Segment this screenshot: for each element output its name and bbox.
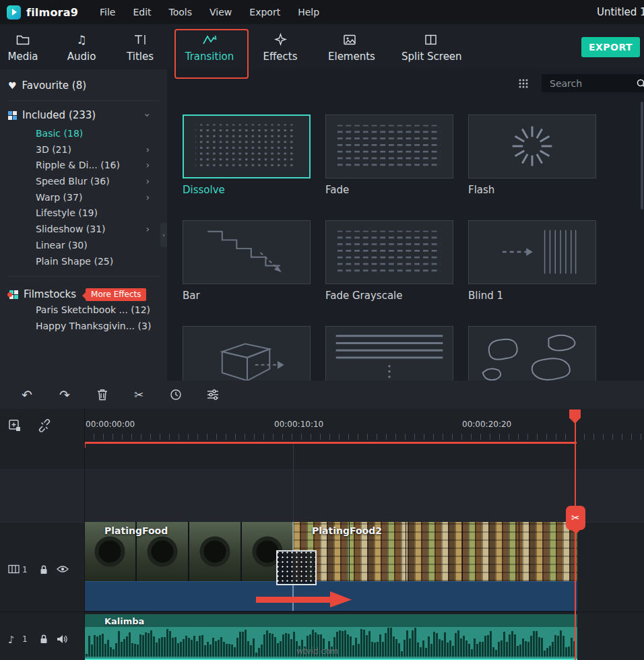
chevron-right-icon: › <box>146 158 150 174</box>
edit-point-guide <box>293 444 294 522</box>
lock-icon[interactable] <box>39 564 49 575</box>
playhead-scissors-badge[interactable]: ✂ <box>566 506 585 530</box>
transition-card-blind-1[interactable]: Blind 1 <box>468 220 596 303</box>
menu-tools[interactable]: Tools <box>160 0 201 24</box>
sidebar-item-happy-thanksgiving[interactable]: Happy Thanksgivin... (3) <box>0 319 167 335</box>
timeline: 00:00:00:00 00:00:10:10 00:00:20:20 1 Pl… <box>0 409 644 660</box>
media-icon <box>4 32 42 47</box>
sidebar-item-ripple[interactable]: Ripple & Di... (16)› <box>0 158 167 174</box>
redo-icon[interactable]: ↷ <box>55 386 74 403</box>
eye-icon[interactable] <box>57 565 69 573</box>
transition-icon <box>179 32 240 47</box>
lines-thumbnail <box>325 326 453 381</box>
collection-grid-icon <box>8 111 17 120</box>
sidebar-item-basic[interactable]: Basic (18) <box>0 126 167 142</box>
watermark: wtvid.com <box>296 647 338 656</box>
timeline-ruler[interactable]: 00:00:00:00 00:00:10:10 00:00:20:20 <box>0 409 644 442</box>
flash-thumbnail <box>468 114 596 178</box>
transition-grid: Dissolve Fade Flash Bar <box>183 114 596 381</box>
tab-split-screen[interactable]: Split Screen <box>401 32 459 63</box>
sidebar: ♥ Favourite (8) Included (233) › Basic (… <box>0 69 168 381</box>
chevron-right-icon: › <box>146 174 150 190</box>
menubar: filmora9 File Edit Tools View Export Hel… <box>0 0 644 24</box>
scissors-icon[interactable]: ✂ <box>129 386 148 403</box>
app-logo: filmora9 <box>7 5 91 20</box>
transition-card-flash[interactable]: Flash <box>468 114 596 197</box>
track-divider <box>0 612 644 612</box>
image-icon <box>328 32 371 47</box>
sidebar-item-warp[interactable]: Warp (37)› <box>0 190 167 206</box>
speaker-icon[interactable] <box>57 634 68 644</box>
tab-audio[interactable]: ♫ Audio <box>62 32 101 63</box>
sidebar-item-included[interactable]: Included (233) › <box>0 107 167 123</box>
sidebar-item-3d[interactable]: 3D (21)› <box>0 142 167 158</box>
sidebar-collapse-handle[interactable]: ‹ <box>160 223 167 247</box>
app-name: filmora9 <box>26 6 78 19</box>
export-button[interactable]: EXPORT <box>581 37 640 57</box>
menu-file[interactable]: File <box>91 0 124 24</box>
audio-clip-label: Kalimba <box>104 616 144 626</box>
sidebar-item-lifestyle[interactable]: Lifestyle (19) <box>0 205 167 222</box>
clip-label: PlatingFood2 <box>312 525 382 536</box>
menu-help[interactable]: Help <box>289 0 328 24</box>
tab-elements[interactable]: Elements <box>328 32 371 63</box>
transition-card-fade[interactable]: Fade <box>325 114 453 197</box>
transition-card-fade-grayscale[interactable]: Fade Grayscale <box>325 220 453 303</box>
transition-card-bar[interactable]: Bar <box>183 220 311 303</box>
menu-edit[interactable]: Edit <box>124 0 160 24</box>
blind-1-thumbnail <box>468 220 596 284</box>
sidebar-item-plain-shape[interactable]: Plain Shape (25) <box>0 254 167 270</box>
dissolve-thumbnail <box>183 114 311 178</box>
tab-transition[interactable]: Transition <box>179 32 240 63</box>
search-icon[interactable] <box>636 78 644 89</box>
sidebar-item-paris-sketchbook[interactable]: Paris Sketchbook ... (12) <box>0 302 167 319</box>
menu-export[interactable]: Export <box>240 0 289 24</box>
fade-thumbnail <box>325 114 453 178</box>
heart-icon: ♥ <box>8 80 17 91</box>
audio-track-icon: ♪ <box>8 634 15 646</box>
timestamp: 00:00:00:00 <box>86 420 135 429</box>
panel-scrollbar[interactable] <box>641 102 643 209</box>
tab-media[interactable]: Media <box>4 32 42 63</box>
chevron-down-icon: › <box>142 113 153 117</box>
grid-view-icon[interactable] <box>516 76 531 91</box>
drag-arrow-annotation <box>255 591 354 608</box>
ruler-ticks <box>84 434 644 440</box>
duration-clock-icon[interactable] <box>166 386 185 403</box>
lock-icon[interactable] <box>39 634 49 645</box>
applied-dissolve-transition[interactable] <box>276 550 317 585</box>
undo-icon[interactable]: ↶ <box>18 386 36 403</box>
transition-card-dissolve[interactable]: Dissolve <box>183 114 311 197</box>
sidebar-item-speed-blur[interactable]: Speed Blur (36)› <box>0 174 167 190</box>
bar-thumbnail <box>183 220 311 284</box>
transition-card-cube[interactable] <box>183 326 311 381</box>
transitions-panel: Dissolve Fade Flash Bar <box>167 69 644 381</box>
sidebar-item-slideshow[interactable]: Slideshow (31)› <box>0 222 167 238</box>
adjust-sliders-icon[interactable] <box>203 386 222 403</box>
fade-grayscale-thumbnail <box>325 220 453 284</box>
transition-card-lines[interactable] <box>325 326 453 381</box>
more-effects-badge[interactable]: More Effects <box>86 288 146 301</box>
chevron-right-icon: › <box>146 190 150 206</box>
clip-label: PlatingFood <box>104 525 168 536</box>
divider <box>7 100 160 101</box>
playhead-line <box>575 410 576 660</box>
tab-titles[interactable]: Titles <box>121 32 159 63</box>
video-track-header: 1 <box>0 564 84 577</box>
filmora-logo-icon <box>7 5 21 20</box>
sidebar-item-linear[interactable]: Linear (30) <box>0 238 167 254</box>
search-box[interactable] <box>542 74 644 92</box>
delete-icon[interactable] <box>93 386 112 403</box>
audio-track-header: ♪ 1 <box>0 633 84 647</box>
timestamp: 00:00:20:20 <box>462 420 511 429</box>
transition-card-blob[interactable] <box>468 326 596 381</box>
video-track-number: 1 <box>22 565 28 574</box>
sidebar-item-favourite[interactable]: ♥ Favourite (8) <box>0 77 167 94</box>
effects-icon <box>259 32 301 47</box>
search-input[interactable] <box>548 77 636 90</box>
project-title: Untitled 1 <box>597 6 644 18</box>
chevron-right-icon: › <box>146 142 150 158</box>
sidebar-item-filmstocks[interactable]: Filmstocks More Effects <box>0 286 167 302</box>
menu-view[interactable]: View <box>201 0 240 24</box>
tab-effects[interactable]: Effects <box>259 32 301 63</box>
